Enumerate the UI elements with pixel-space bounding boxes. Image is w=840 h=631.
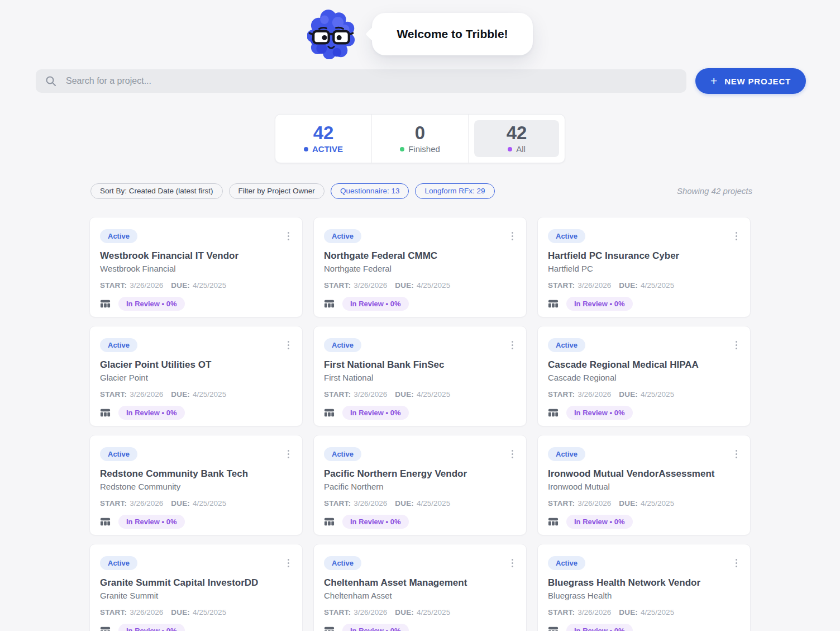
table-icon [100,516,111,527]
card-start-label: START: [100,281,127,290]
card-progress-badge: In Review • 0% [118,297,185,311]
card-start-value: 3/26/2026 [354,281,387,290]
table-icon [324,298,335,309]
card-progress-badge: In Review • 0% [118,624,185,631]
filter-chip-sort[interactable]: Sort By: Created Date (latest first) [90,183,223,199]
card-due-label: DUE: [395,499,414,507]
card-due-value: 4/25/2025 [193,608,226,616]
card-due-value: 4/25/2025 [641,499,674,507]
stat-cell-all[interactable]: 42 All [468,115,565,163]
project-card[interactable]: Active Granite Summit Capital InvestorDD… [89,544,303,631]
project-card[interactable]: Active Hartfield PC Insurance Cyber Hart… [537,217,751,317]
stat-cell-active[interactable]: 42 ACTIVE [275,115,371,163]
filter-chip-owner[interactable]: Filter by Project Owner [229,183,324,199]
project-card[interactable]: Active Cheltenham Asset Management Chelt… [313,544,527,631]
card-start-value: 3/26/2026 [130,281,163,290]
card-title: Cheltenham Asset Management [324,577,513,589]
card-progress-badge: In Review • 0% [566,624,633,631]
project-card[interactable]: Active Northgate Federal CMMC Northgate … [313,217,527,317]
card-due-value: 4/25/2025 [193,281,226,290]
active-dot-icon [304,147,308,151]
card-due-value: 4/25/2025 [417,499,450,507]
card-due-value: 4/25/2025 [641,281,674,290]
project-card[interactable]: Active Glacier Point Utilities OT Glacie… [89,326,303,426]
card-status-badge: Active [100,447,137,461]
card-title: First National Bank FinSec [324,359,513,371]
search-icon [45,75,56,87]
project-card[interactable]: Active First National Bank FinSec First … [313,326,527,426]
card-subtitle: Pacific Northern [324,482,513,491]
kebab-menu-icon[interactable] [287,340,291,351]
card-start-label: START: [548,499,575,507]
search-row: + NEW PROJECT [36,68,806,94]
project-card[interactable]: Active Westbrook Financial IT Vendor Wes… [89,217,303,317]
plus-icon: + [710,75,718,87]
card-due-label: DUE: [395,390,414,398]
kebab-menu-icon[interactable] [734,449,739,460]
card-progress-badge: In Review • 0% [118,515,185,529]
project-card[interactable]: Active Cascade Regional Medical HIPAA Ca… [537,326,751,426]
card-due-value: 4/25/2025 [417,281,450,290]
card-start-label: START: [324,390,351,398]
kebab-menu-icon[interactable] [287,449,291,460]
card-progress-badge: In Review • 0% [566,406,633,420]
kebab-menu-icon[interactable] [510,558,515,569]
card-due-label: DUE: [395,608,414,616]
kebab-menu-icon[interactable] [734,231,739,242]
card-title: Bluegrass Health Network Vendor [548,577,737,589]
card-start-value: 3/26/2026 [578,499,611,507]
card-subtitle: Bluegrass Health [548,591,737,600]
project-card[interactable]: Active Redstone Community Bank Tech Reds… [89,435,303,535]
filter-chips: Sort By: Created Date (latest first) Fil… [90,183,495,199]
table-icon [548,625,559,631]
search-input[interactable] [65,75,677,87]
kebab-menu-icon[interactable] [734,340,739,351]
table-icon [324,516,335,527]
card-status-badge: Active [324,229,361,243]
card-start-label: START: [324,608,351,616]
card-status-badge: Active [324,447,361,461]
card-progress-badge: In Review • 0% [342,624,409,631]
card-progress-badge: In Review • 0% [566,297,633,311]
finished-dot-icon [400,147,404,151]
card-subtitle: Ironwood Mutual [548,482,737,491]
card-due-value: 4/25/2025 [641,390,674,398]
kebab-menu-icon[interactable] [510,340,515,351]
new-project-button[interactable]: + NEW PROJECT [695,68,806,94]
card-subtitle: Westbrook Financial [100,264,289,273]
stat-cell-finished[interactable]: 0 Finished [371,115,468,163]
card-title: Westbrook Financial IT Vendor [100,250,289,262]
card-title: Pacific Northern Energy Vendor [324,468,513,480]
card-due-value: 4/25/2025 [417,608,450,616]
project-card[interactable]: Active Ironwood Mutual VendorAssessment … [537,435,751,535]
card-title: Redstone Community Bank Tech [100,468,289,480]
card-due-label: DUE: [171,608,190,616]
table-icon [324,625,335,631]
kebab-menu-icon[interactable] [510,449,515,460]
card-due-label: DUE: [395,281,414,290]
card-start-value: 3/26/2026 [578,281,611,290]
card-progress-badge: In Review • 0% [342,297,409,311]
card-subtitle: Northgate Federal [324,264,513,273]
card-subtitle: Glacier Point [100,373,289,382]
kebab-menu-icon[interactable] [287,558,291,569]
kebab-menu-icon[interactable] [510,231,515,242]
projects-grid: Active Westbrook Financial IT Vendor Wes… [89,217,751,631]
kebab-menu-icon[interactable] [734,558,739,569]
card-progress-badge: In Review • 0% [342,515,409,529]
project-card[interactable]: Active Pacific Northern Energy Vendor Pa… [313,435,527,535]
card-status-badge: Active [548,447,585,461]
project-card[interactable]: Active Bluegrass Health Network Vendor B… [537,544,751,631]
card-subtitle: Hartfield PC [548,264,737,273]
card-title: Glacier Point Utilities OT [100,359,289,371]
card-status-badge: Active [548,229,585,243]
card-start-value: 3/26/2026 [354,499,387,507]
card-due-label: DUE: [619,390,638,398]
filter-chip-questionnaire[interactable]: Questionnaire: 13 [331,183,409,199]
filters-row: Sort By: Created Date (latest first) Fil… [90,183,752,199]
kebab-menu-icon[interactable] [287,231,291,242]
filter-chip-longform[interactable]: Longform RFx: 29 [415,183,494,199]
card-start-value: 3/26/2026 [354,390,387,398]
new-project-label: NEW PROJECT [724,77,791,86]
card-start-label: START: [324,499,351,507]
